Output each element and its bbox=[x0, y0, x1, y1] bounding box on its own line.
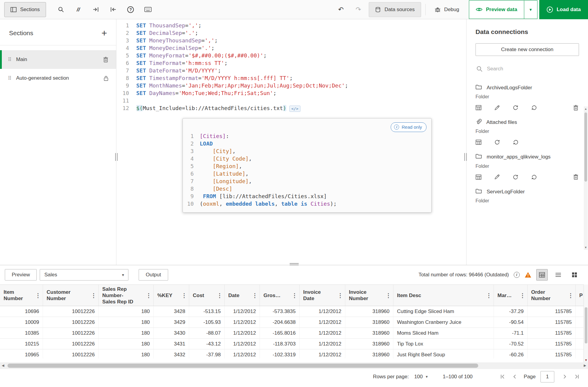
preview-tab-button[interactable]: Preview bbox=[5, 269, 37, 281]
table-horizontal-scrollbar[interactable]: ◀ ▶ bbox=[0, 362, 588, 369]
comment-toggle-button[interactable]: // bbox=[71, 3, 85, 17]
column-menu-icon[interactable]: ⋮ bbox=[486, 292, 492, 299]
select-data-connection-icon[interactable] bbox=[476, 105, 482, 111]
preview-data-dropdown[interactable]: ▾ bbox=[524, 0, 537, 19]
table-cell: -70.52 bbox=[494, 339, 528, 349]
column-header[interactable]: %KEY⋮ bbox=[154, 285, 189, 306]
connection-item[interactable]: monitor_apps_qlikview_logsFolder bbox=[476, 150, 579, 184]
delete-connection-icon[interactable] bbox=[573, 105, 578, 111]
last-page-button[interactable] bbox=[571, 371, 583, 383]
next-page-button[interactable] bbox=[559, 371, 571, 383]
column-menu-icon[interactable]: ⋮ bbox=[146, 292, 152, 299]
sections-toggle-button[interactable]: Sections bbox=[4, 2, 46, 17]
column-header[interactable]: P⋮ bbox=[576, 285, 583, 306]
table-select[interactable]: Sales ▾ bbox=[40, 269, 128, 281]
sync-connection-icon[interactable] bbox=[513, 105, 519, 111]
help-button[interactable]: ? bbox=[124, 3, 137, 17]
rows-per-page-select[interactable]: 100 ▾ bbox=[414, 374, 428, 380]
column-header[interactable]: Mar…⋮ bbox=[494, 285, 528, 306]
column-menu-icon[interactable]: ⋮ bbox=[520, 292, 525, 299]
column-menu-icon[interactable]: ⋮ bbox=[217, 292, 223, 299]
scrollbar-thumb[interactable] bbox=[8, 364, 478, 368]
column-menu-icon[interactable]: ⋮ bbox=[292, 292, 297, 299]
redo-button[interactable]: ↷ bbox=[351, 3, 365, 17]
collapse-right-panel-handle[interactable] bbox=[464, 153, 467, 161]
expand-include-icon[interactable]: </> bbox=[289, 106, 300, 112]
page-input[interactable] bbox=[540, 371, 554, 382]
panel-splitter-handle[interactable] bbox=[290, 263, 299, 266]
add-section-button[interactable]: + bbox=[101, 28, 107, 38]
load-data-button[interactable]: Load data bbox=[539, 0, 588, 19]
preview-data-button[interactable]: Preview data bbox=[469, 0, 524, 19]
scrollbar-thumb[interactable] bbox=[585, 307, 587, 343]
code-line: 8SET TimestampFormat='M/D/YYYY h:mm:ss[.… bbox=[116, 74, 466, 82]
section-item[interactable]: ⠿Auto-generated section bbox=[0, 69, 116, 88]
column-menu-icon[interactable]: ⋮ bbox=[568, 292, 574, 299]
column-header[interactable]: Sales Rep Number- Sales Rep ID⋮ bbox=[99, 285, 154, 306]
edit-connection-icon[interactable] bbox=[494, 174, 500, 180]
connections-scrollbar[interactable]: ▲ ▼ bbox=[584, 106, 588, 250]
collapse-left-panel-handle[interactable] bbox=[115, 153, 118, 161]
column-header[interactable]: Invoice Date⋮ bbox=[300, 285, 345, 306]
scrollbar-thumb[interactable] bbox=[584, 112, 587, 182]
column-header[interactable]: Item Number⋮ bbox=[0, 285, 43, 306]
connection-item[interactable]: ArchivedLogsFolderFolder bbox=[476, 81, 579, 115]
column-header[interactable]: Cost⋮ bbox=[189, 285, 225, 306]
previous-page-button[interactable] bbox=[509, 371, 521, 383]
card-view-button[interactable] bbox=[569, 269, 580, 281]
scroll-up-icon[interactable]: ▲ bbox=[584, 106, 588, 111]
column-header[interactable]: Order Number⋮ bbox=[528, 285, 576, 306]
column-menu-icon[interactable]: ⋮ bbox=[181, 292, 187, 299]
connection-search-input[interactable] bbox=[487, 66, 578, 72]
column-menu-icon[interactable]: ⋮ bbox=[252, 292, 258, 299]
column-menu-icon[interactable]: ⋮ bbox=[91, 292, 97, 299]
column-header[interactable]: Customer Number⋮ bbox=[43, 285, 99, 306]
warning-icon[interactable] bbox=[525, 272, 531, 278]
column-header[interactable]: Date⋮ bbox=[225, 285, 260, 306]
column-menu-icon[interactable]: ⋮ bbox=[337, 292, 343, 299]
connection-name: ServerLogFolder bbox=[487, 188, 525, 196]
sync-connection-icon[interactable] bbox=[494, 139, 500, 145]
table-cell: 180 bbox=[99, 306, 154, 317]
outdent-button[interactable] bbox=[106, 3, 120, 17]
column-header[interactable]: Gros…⋮ bbox=[260, 285, 300, 306]
undo-button[interactable]: ↶ bbox=[334, 3, 348, 17]
list-view-button[interactable] bbox=[553, 269, 564, 281]
connection-item[interactable]: Attached filesFolder bbox=[476, 115, 579, 150]
debug-button[interactable]: Debug bbox=[430, 2, 464, 17]
edit-connection-icon[interactable] bbox=[494, 105, 500, 111]
code-editor[interactable]: 1SET ThousandSep=',';2SET DecimalSep='.'… bbox=[116, 19, 466, 265]
drag-handle-icon[interactable]: ⠿ bbox=[8, 57, 11, 63]
select-data-connection-icon[interactable] bbox=[476, 174, 482, 180]
sync-connection-icon[interactable] bbox=[513, 174, 519, 180]
scroll-down-icon[interactable]: ▼ bbox=[584, 245, 588, 250]
scroll-right-icon[interactable]: ▶ bbox=[582, 362, 588, 369]
column-header[interactable]: Item Desc⋮ bbox=[393, 285, 494, 306]
table-view-button[interactable] bbox=[536, 269, 548, 281]
output-tab-button[interactable]: Output bbox=[139, 269, 168, 281]
connection-item[interactable]: ServerLogFolderFolder bbox=[476, 185, 579, 210]
table-vertical-scrollbar[interactable]: ▼ bbox=[583, 284, 588, 362]
column-header[interactable]: Invoice Number⋮ bbox=[345, 285, 393, 306]
line-number: 10 bbox=[185, 200, 197, 207]
refresh-connection-icon[interactable] bbox=[531, 174, 537, 180]
data-sources-button[interactable]: Data sources bbox=[369, 2, 421, 17]
scroll-left-icon[interactable]: ◀ bbox=[0, 362, 6, 369]
first-page-button[interactable] bbox=[497, 371, 509, 383]
create-connection-button[interactable]: Create new connection bbox=[476, 43, 579, 56]
delete-connection-icon[interactable] bbox=[573, 174, 578, 180]
indent-button[interactable] bbox=[89, 3, 103, 17]
select-data-connection-icon[interactable] bbox=[476, 139, 482, 145]
scroll-down-icon[interactable]: ▼ bbox=[584, 358, 588, 362]
refresh-connection-icon[interactable] bbox=[513, 139, 519, 145]
column-menu-icon[interactable]: ⋮ bbox=[386, 292, 391, 299]
shortcuts-button[interactable] bbox=[141, 3, 155, 17]
read-only-badge: i Read only bbox=[391, 122, 426, 132]
delete-section-icon[interactable] bbox=[103, 57, 108, 63]
search-button[interactable] bbox=[54, 3, 68, 17]
section-item[interactable]: ⠿Main bbox=[0, 50, 116, 69]
refresh-connection-icon[interactable] bbox=[531, 105, 537, 111]
info-icon[interactable]: i bbox=[514, 272, 520, 278]
column-menu-icon[interactable]: ⋮ bbox=[35, 292, 41, 299]
drag-handle-icon[interactable]: ⠿ bbox=[8, 75, 11, 81]
